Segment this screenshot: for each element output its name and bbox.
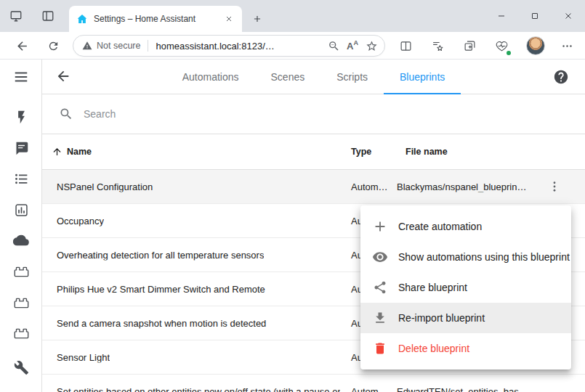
menu-item-label: Delete blueprint <box>398 343 469 354</box>
text-size-icon[interactable]: AA <box>344 37 361 54</box>
plus-icon <box>372 219 388 234</box>
brick-icon-2[interactable] <box>12 294 30 311</box>
row-name: Send a camera snapshot when motion is de… <box>57 318 266 329</box>
todo-list-icon[interactable] <box>12 170 30 187</box>
menu-item-label: Show automations using this blueprint <box>398 251 570 263</box>
history-chart-icon[interactable] <box>12 201 30 219</box>
row-name: Set entities based on other entities new… <box>57 386 340 392</box>
essentials-status-dot <box>505 49 512 57</box>
browser-tab[interactable]: Settings – Home Assistant <box>69 6 242 32</box>
menu-item-label: Re-import blueprint <box>398 312 485 324</box>
zoom-out-icon[interactable] <box>325 37 342 54</box>
new-tab-button[interactable] <box>249 10 266 28</box>
tab-label: Scripts <box>336 71 368 83</box>
search-input[interactable] <box>84 108 374 120</box>
menu-icon[interactable] <box>12 68 30 86</box>
window-controls <box>485 0 585 32</box>
energy-icon[interactable] <box>12 108 30 126</box>
search-bar <box>42 94 585 134</box>
row-type: Autom… <box>351 386 388 392</box>
workspaces-icon[interactable] <box>9 9 23 23</box>
favorite-star-icon[interactable] <box>363 37 380 54</box>
not-secure-icon <box>82 41 92 51</box>
row-overflow-menu-icon[interactable] <box>546 178 563 195</box>
security-label[interactable]: Not secure <box>97 41 140 51</box>
table-header: Name Type File name <box>42 134 585 170</box>
menu-item-label: Create automation <box>398 221 482 232</box>
back-icon[interactable] <box>12 36 32 56</box>
sort-ascending-icon[interactable] <box>52 147 62 158</box>
tab-scripts[interactable]: Scripts <box>320 60 384 94</box>
url-text[interactable]: homeassistant.local:8123/… <box>156 41 323 52</box>
close-button[interactable] <box>552 0 585 32</box>
row-file: Blackymas/nspanel_blueprin… <box>397 181 526 192</box>
minimize-button[interactable] <box>485 0 518 32</box>
menu-item-share-blueprint[interactable]: Share blueprint <box>360 272 571 303</box>
split-screen-icon[interactable] <box>395 36 416 56</box>
settings-menu-icon[interactable] <box>557 36 577 56</box>
vertical-tabs-icon[interactable] <box>41 9 55 23</box>
text-size-small-glyph: A <box>353 40 358 46</box>
share-icon <box>372 279 388 295</box>
download-icon <box>372 310 388 326</box>
tools-wrench-icon[interactable] <box>12 359 30 376</box>
address-separator <box>148 40 148 52</box>
menu-item-create-automation[interactable]: Create automation <box>360 211 571 242</box>
tab-scenes[interactable]: Scenes <box>255 60 321 94</box>
browser-window: Settings – Home Assistant <box>0 0 585 392</box>
column-header-type[interactable]: Type <box>351 147 371 157</box>
menu-item-show-automations[interactable]: Show automations using this blueprint <box>360 242 571 272</box>
back-arrow-icon[interactable] <box>55 68 73 86</box>
row-name: Overheating detection for all temperatur… <box>57 250 264 261</box>
brick-icon-1[interactable] <box>12 263 30 280</box>
blueprint-context-menu: Create automation Show automations using… <box>360 205 571 369</box>
assist-icon[interactable] <box>12 139 30 157</box>
menu-item-label: Share blueprint <box>398 282 467 293</box>
collections-icon[interactable] <box>459 36 480 56</box>
tab-label: Automations <box>182 71 239 83</box>
help-icon[interactable] <box>553 69 569 85</box>
tab-title: Settings – Home Assistant <box>94 14 217 24</box>
row-name: NSPanel Configuration <box>57 181 153 192</box>
search-icon <box>59 107 73 121</box>
tab-close-icon[interactable] <box>223 13 235 25</box>
trash-icon <box>372 340 388 356</box>
maximize-button[interactable] <box>518 0 552 32</box>
menu-item-delete-blueprint[interactable]: Delete blueprint <box>360 333 571 364</box>
row-file: EdwardTEN/set_entities_bas… <box>397 386 528 392</box>
row-type: Autom… <box>351 181 388 192</box>
home-assistant-favicon <box>76 13 88 25</box>
tab-label: Scenes <box>271 71 305 83</box>
cloud-icon[interactable] <box>12 232 30 249</box>
row-name: Occupancy <box>57 216 104 226</box>
brick-icon-3[interactable] <box>12 324 30 342</box>
table-row-nspanel[interactable]: NSPanel Configuration Autom… Blackymas/n… <box>42 170 585 204</box>
ha-header: Automations Scenes Scripts Blueprints <box>42 60 585 94</box>
tab-automations[interactable]: Automations <box>166 60 255 94</box>
row-name: Philips Hue v2 Smart Dimmer Switch and R… <box>57 284 265 295</box>
nav-tabs: Automations Scenes Scripts Blueprints <box>86 60 541 94</box>
table-row-set-entities[interactable]: Set entities based on other entities new… <box>42 375 585 392</box>
tab-label: Blueprints <box>400 71 445 83</box>
refresh-icon[interactable] <box>43 36 63 56</box>
text-size-large-glyph: A <box>347 41 353 51</box>
address-bar[interactable]: Not secure homeassistant.local:8123/… AA <box>73 35 385 57</box>
menu-item-reimport-blueprint[interactable]: Re-import blueprint <box>360 303 571 333</box>
column-header-file[interactable]: File name <box>406 147 448 157</box>
profile-avatar[interactable] <box>526 36 545 55</box>
eye-icon <box>372 249 388 265</box>
tab-blueprints[interactable]: Blueprints <box>384 60 461 94</box>
ha-sidebar <box>0 60 42 392</box>
row-name: Sensor Light <box>57 352 110 363</box>
browser-titlebar: Settings – Home Assistant <box>0 0 585 32</box>
browser-essentials-icon[interactable] <box>491 36 512 56</box>
column-header-name[interactable]: Name <box>67 147 92 157</box>
favorites-icon[interactable] <box>427 36 448 56</box>
